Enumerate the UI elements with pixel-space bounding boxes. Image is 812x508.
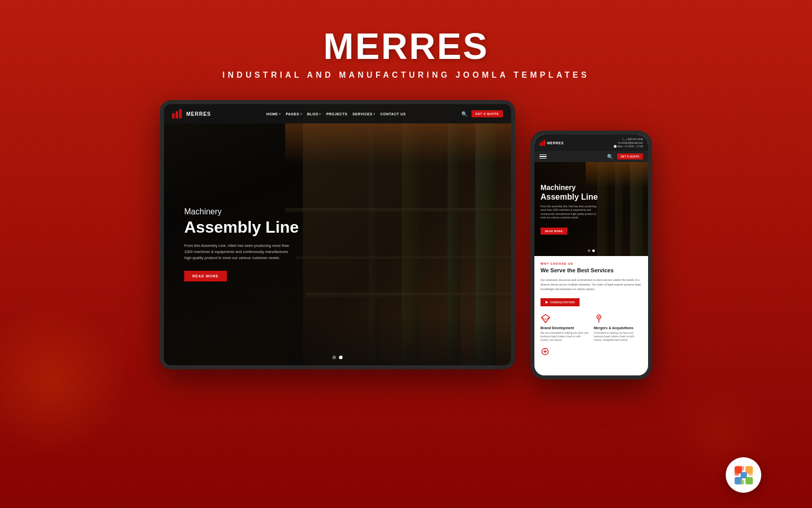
mergers-icon [594,313,604,324]
phone-nav: 🔍 GET A QUOTE [534,151,648,162]
phone-contact-info: 📞 +228 972 4446 ✉ contact@email.com 🕐 Mo… [614,138,643,148]
phone-why-label: WHY CHOOSE US [540,262,642,265]
more-service-icon-1 [540,347,550,356]
tablet-device: MERRES HOME ▾ PAGES ▾ BLOG ▾ PROJECTS SE… [160,100,515,369]
phone-why-section: WHY CHOOSE US We Serve the Best Services… [534,256,648,362]
phone-bar-1 [539,143,541,146]
tablet-quote-button[interactable]: GET A QUOTE [471,110,503,117]
svg-rect-9 [748,472,753,475]
nav-link-blog[interactable]: BLOG ▾ [307,112,321,116]
mergers-service-desc: Committed to helping you face your busin… [594,331,642,342]
phone-read-more-button[interactable]: READ MORE [540,228,567,235]
pages-arrow: ▾ [300,112,302,115]
brand-service-desc: We are committed to helping you face you… [540,331,589,342]
devices-container: MERRES HOME ▾ PAGES ▾ BLOG ▾ PROJECTS SE… [160,100,652,379]
tablet-indicators [332,356,343,359]
phone-search-icon[interactable]: 🔍 [607,154,613,160]
svg-rect-5 [740,472,747,479]
svg-rect-8 [734,472,739,475]
blog-arrow: ▾ [319,112,321,115]
main-container: MERRES INDUSTRIAL AND MANUFACTURING JOOM… [0,0,812,508]
phone-device: MERRES 📞 +228 972 4446 ✉ contact@email.c… [530,131,652,379]
phone-hero-title: MachineryAssembly Line [540,183,642,202]
service-item-brand: Brand Development We are committed to he… [540,313,589,342]
nav-link-pages[interactable]: PAGES ▾ [286,112,302,116]
tablet-read-more-button[interactable]: READ MORE [184,271,227,281]
svg-rect-7 [746,477,753,484]
tablet-hero: MERRES HOME ▾ PAGES ▾ BLOG ▾ PROJECTS SE… [164,104,511,365]
phone-indicators [588,249,595,252]
hamburger-line-2 [539,156,547,157]
phone-dot-1[interactable] [588,249,590,252]
tablet-dot-2[interactable] [339,356,343,359]
header-section: MERRES INDUSTRIAL AND MANUFACTURING JOOM… [222,0,589,95]
phone-services-grid: Brand Development We are committed to he… [540,313,642,342]
nav-link-services[interactable]: SERVICES ▾ [353,112,376,116]
phone-logo-area: MERRES [539,140,564,146]
hamburger-line-3 [539,158,547,159]
nav-link-projects[interactable]: PROJECTS [326,112,348,116]
tablet-search-icon[interactable]: 🔍 [461,111,467,117]
tablet-hero-subtitle: Machinery [184,207,326,216]
logo-bar-2 [176,111,178,118]
tablet-hero-content: Machinery Assembly Line From this Assemb… [184,207,326,281]
phone-consultation-button[interactable]: CONSULTATION [540,298,580,306]
nav-link-contact[interactable]: CONTACT US [380,112,405,116]
joomla-badge [726,457,761,493]
phone-hero-description: From this assembly line, Intel has been … [540,205,601,220]
tablet-nav: MERRES HOME ▾ PAGES ▾ BLOG ▾ PROJECTS SE… [164,104,511,123]
phone-bottom-fade [534,360,648,375]
tablet-nav-right: 🔍 GET A QUOTE [461,110,503,117]
mergers-service-title: Mergers & Acquisitions [594,326,642,330]
svg-point-1 [598,316,600,318]
phone-logo-icon [539,140,545,146]
brand-icon-svg [540,313,551,324]
phone-top-bar: MERRES 📞 +228 972 4446 ✉ contact@email.c… [534,135,648,151]
joomla-logo-svg [732,464,755,487]
phone-more-services [540,347,642,356]
phone-hero-content: MachineryAssembly Line From this assembl… [540,183,642,235]
phone-logo-text: MERRES [547,141,564,145]
phone-why-description: Our extensive resources and commitment t… [540,278,642,291]
phone-nav-right: 🔍 GET A QUOTE [607,153,643,160]
brand-subtitle: INDUSTRIAL AND MANUFACTURING JOOMLA TEMP… [222,71,589,80]
mergers-icon-svg [594,313,604,324]
brand-development-icon [540,313,551,324]
nav-link-home[interactable]: HOME ▾ [266,112,281,116]
service-item-mergers: Mergers & Acquisitions Committed to help… [594,313,642,342]
tablet-hero-title: Assembly Line [184,218,326,236]
logo-bar-3 [179,109,182,118]
phone-bar-3 [544,140,545,146]
brand-service-title: Brand Development [540,326,589,330]
phone-hero-title-line2: Assembly Line [540,193,598,201]
phone-dot-2[interactable] [592,249,595,252]
tablet-nav-links: HOME ▾ PAGES ▾ BLOG ▾ PROJECTS SERVICES … [266,112,406,116]
logo-bar-1 [172,113,175,118]
phone-why-title: We Serve the Best Services [540,267,642,274]
svg-rect-10 [740,466,744,470]
tablet-logo: MERRES [172,109,211,118]
home-arrow: ▾ [279,112,281,115]
tablet-hero-description: From this Assembly Line, Hitek has been … [184,243,296,261]
consult-label: CONSULTATION [550,301,574,304]
tablet-inner: MERRES HOME ▾ PAGES ▾ BLOG ▾ PROJECTS SE… [164,104,511,365]
tablet-logo-text: MERRES [186,111,211,117]
hamburger-line-1 [539,154,547,155]
services-arrow: ▾ [374,112,376,115]
hamburger-icon[interactable] [539,154,547,159]
tablet-dot-1[interactable] [332,356,336,359]
phone-contact-phone: 📞 +228 972 4446 [622,138,643,141]
svg-rect-11 [740,480,744,484]
phone-hero: MachineryAssembly Line From this assembl… [534,162,648,256]
phone-bar-2 [542,141,543,146]
phone-inner: MERRES 📞 +228 972 4446 ✉ contact@email.c… [534,135,648,375]
phone-quote-button[interactable]: GET A QUOTE [617,153,643,160]
brand-title: MERRES [222,28,589,65]
tablet-logo-icon [172,109,183,118]
phone-contact-email: ✉ contact@email.com [618,141,643,144]
phone-contact-hours: 🕐 Mon – Fri 8:00 – 17:00 [614,145,643,148]
consult-arrow-icon [546,301,548,304]
